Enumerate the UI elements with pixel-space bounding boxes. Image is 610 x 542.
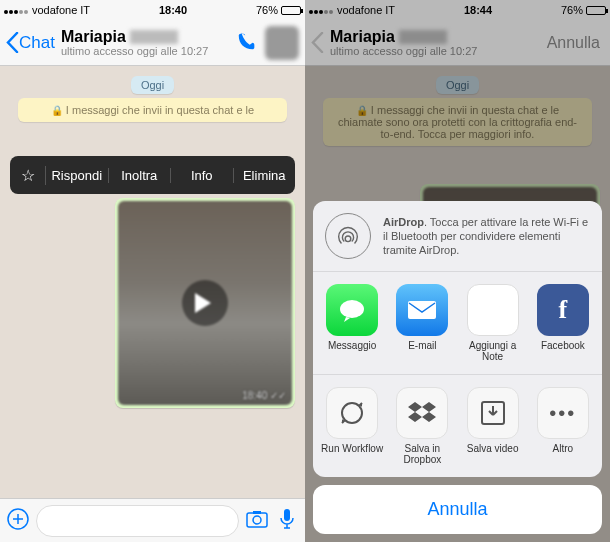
chat-header: Chat Mariapia ultimo accesso oggi alle 1… — [0, 20, 305, 66]
share-sheet: AirDrop. Tocca per attivare la rete Wi-F… — [313, 201, 602, 534]
chat-area: Oggi 🔒 I messaggi che invii in questa ch… — [0, 66, 305, 498]
video-thumbnail: 18:40 ✓✓ — [118, 201, 292, 405]
svg-rect-7 — [408, 301, 436, 319]
input-bar — [0, 498, 305, 542]
star-button[interactable]: ☆ — [10, 166, 46, 185]
svg-point-5 — [345, 236, 351, 242]
status-bar: vodafone IT 18:40 76% — [0, 0, 305, 20]
avatar[interactable] — [265, 26, 299, 60]
video-message-bubble[interactable]: 18:40 ✓✓ — [115, 198, 295, 408]
mail-icon — [396, 284, 448, 336]
play-icon[interactable] — [182, 280, 228, 326]
share-email[interactable]: E-mail — [387, 284, 457, 362]
messages-icon — [326, 284, 378, 336]
forward-button[interactable]: Inoltra — [109, 168, 172, 183]
svg-rect-1 — [247, 513, 267, 527]
airdrop-text: AirDrop. Tocca per attivare la rete Wi-F… — [383, 215, 590, 258]
signal-icon — [4, 4, 29, 16]
screenshot-left: vodafone IT 18:40 76% Chat Mariapia ulti… — [0, 0, 305, 542]
share-message[interactable]: Messaggio — [317, 284, 387, 362]
camera-icon[interactable] — [245, 509, 269, 533]
airdrop-icon — [325, 213, 371, 259]
workflow-icon — [326, 387, 378, 439]
screenshot-right: vodafone IT 18:44 76% Mariapia ultimo ac… — [305, 0, 610, 542]
mic-icon[interactable] — [275, 508, 299, 534]
message-input[interactable] — [36, 505, 239, 537]
svg-point-2 — [253, 516, 261, 524]
last-seen: ultimo accesso oggi alle 10:27 — [61, 45, 229, 57]
back-button[interactable]: Chat — [6, 32, 55, 53]
carrier-label: vodafone IT — [32, 4, 90, 16]
action-workflow[interactable]: Run Workflow — [317, 387, 387, 465]
reply-button[interactable]: Rispondi — [46, 168, 109, 183]
video-timestamp: 18:40 ✓✓ — [242, 390, 286, 401]
day-chip: Oggi — [131, 76, 174, 94]
notes-icon — [467, 284, 519, 336]
cancel-button[interactable]: Annulla — [313, 485, 602, 534]
action-dropbox[interactable]: Salva in Dropbox — [387, 387, 457, 465]
app-row-2: Run Workflow Salva in Dropbox Salva vide… — [313, 375, 602, 477]
attach-icon[interactable] — [6, 507, 30, 535]
dropbox-icon — [396, 387, 448, 439]
svg-rect-4 — [284, 509, 290, 521]
svg-point-6 — [340, 300, 364, 318]
info-button[interactable]: Info — [171, 168, 234, 183]
save-video-icon — [467, 387, 519, 439]
contact-name[interactable]: Mariapia — [61, 28, 126, 45]
action-save-video[interactable]: Salva video — [458, 387, 528, 465]
svg-rect-3 — [253, 511, 261, 514]
battery-icon — [281, 6, 301, 15]
delete-button[interactable]: Elimina — [234, 168, 296, 183]
share-facebook[interactable]: f Facebook — [528, 284, 598, 362]
more-icon: ••• — [537, 387, 589, 439]
message-context-menu: ☆ Rispondi Inoltra Info Elimina — [10, 156, 295, 194]
share-notes[interactable]: Aggiungi a Note — [458, 284, 528, 362]
action-more[interactable]: ••• Altro — [528, 387, 598, 465]
clock: 18:40 — [159, 4, 187, 16]
call-icon[interactable] — [235, 30, 259, 56]
battery-percent: 76% — [256, 4, 278, 16]
facebook-icon: f — [537, 284, 589, 336]
encryption-notice: 🔒 I messaggi che invii in questa chat e … — [18, 98, 288, 122]
app-row-1: Messaggio E-mail Aggiungi a Note f Faceb… — [313, 272, 602, 375]
airdrop-row[interactable]: AirDrop. Tocca per attivare la rete Wi-F… — [313, 201, 602, 272]
blurred-surname — [130, 30, 178, 44]
